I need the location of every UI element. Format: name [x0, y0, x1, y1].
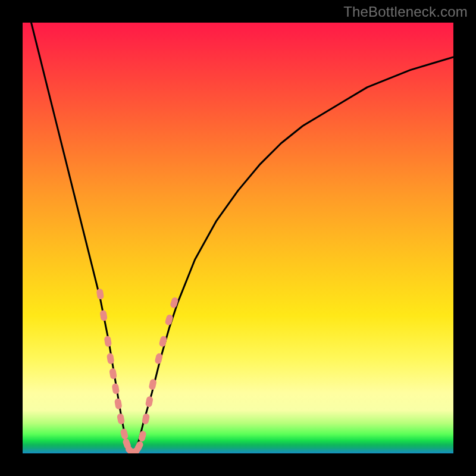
svg-rect-3 [107, 353, 115, 365]
svg-rect-7 [117, 413, 125, 425]
svg-rect-5 [111, 383, 120, 395]
svg-rect-0 [96, 288, 104, 300]
chart-frame: TheBottleneck.com [0, 0, 476, 476]
curve-marker [96, 288, 104, 300]
plot-area [23, 23, 453, 453]
bottleneck-curve-path [31, 23, 453, 453]
curve-marker [120, 428, 129, 440]
svg-rect-20 [170, 296, 179, 308]
svg-rect-6 [114, 398, 123, 410]
svg-rect-19 [164, 314, 174, 325]
curve-marker [164, 314, 174, 325]
bottleneck-curve [31, 23, 453, 453]
marker-group [96, 288, 178, 453]
curve-marker [170, 296, 179, 308]
curve-marker [109, 368, 117, 380]
svg-rect-4 [109, 368, 117, 380]
curve-marker [114, 398, 123, 410]
curve-marker [111, 383, 120, 395]
svg-rect-1 [99, 310, 108, 322]
svg-rect-15 [145, 396, 154, 408]
svg-rect-8 [120, 428, 129, 440]
watermark-text: TheBottleneck.com [343, 4, 468, 20]
curve-svg [23, 23, 453, 453]
curve-marker [99, 310, 108, 322]
svg-rect-2 [104, 336, 112, 347]
curve-marker [117, 413, 125, 425]
curve-marker [145, 396, 154, 408]
curve-marker [107, 353, 115, 365]
curve-marker [104, 336, 112, 347]
